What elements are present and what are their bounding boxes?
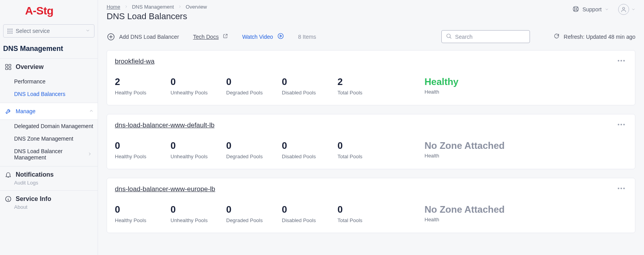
lb-card-title[interactable]: brookfield-wa [115,58,154,65]
sidebar-dnszone-label: DNS Zone Management [14,136,73,142]
lb-card: dns-load-balancer-www-europe-lb 0 Health… [107,178,635,233]
grid-icon [7,29,13,34]
user-menu[interactable] [618,4,635,15]
metric-value: 0 [171,76,226,87]
metric-total-pools: 0 Total Pools [337,204,393,223]
more-actions-button[interactable] [615,121,627,128]
sidebar-dns-lb-label: DNS Load Balancers [14,91,65,97]
sidebar-item-dns-zone[interactable]: DNS Zone Management [0,132,98,145]
lb-card: brookfield-wa 2 Healthy Pools 0 Unhealth… [107,50,635,105]
support-menu[interactable]: Support [572,5,609,14]
sidebar-performance-label: Performance [14,78,45,85]
svg-point-7 [622,7,624,9]
avatar-icon [618,4,629,15]
chevron-right-icon [87,151,92,157]
life-ring-icon [572,5,579,14]
health-status: No Zone Attached Health [424,140,504,159]
sidebar-item-overview[interactable]: Overview [0,59,98,75]
support-label: Support [582,6,602,13]
content-list: brookfield-wa 2 Healthy Pools 0 Unhealth… [98,50,644,255]
sidebar-item-service-info[interactable]: Service Info [0,191,98,204]
service-selector-label: Select service [16,28,50,34]
metric-value: 0 [337,204,393,215]
metric-value: 2 [337,76,393,87]
metric-total-pools: 0 Total Pools [337,140,393,159]
health-status: Healthy Health [424,76,459,95]
breadcrumb-dns-mgmt[interactable]: DNS Management [132,4,174,10]
metric-unhealthy-pools: 0 Unhealthy Pools [171,204,226,223]
bell-icon [5,171,12,178]
sidebar-item-dns-lb[interactable]: DNS Load Balancers [0,88,98,100]
sidebar-section-title: DNS Management [0,43,98,59]
metric-disabled-pools: 0 Disabled Pools [282,204,337,223]
search-icon [446,33,452,40]
metric-healthy-pools: 2 Healthy Pools [115,76,171,96]
more-actions-button[interactable] [615,185,627,192]
sidebar-serviceinfo-sub[interactable]: About [0,204,98,215]
svg-point-9 [278,33,283,39]
lb-card: dns-load-balancer-www-default-lb 0 Healt… [107,114,635,169]
metric-value: 0 [282,204,337,215]
metric-label: Healthy Pools [115,217,171,223]
refresh-button[interactable]: Refresh: Updated 48 min ago [553,33,635,40]
health-value: Healthy [424,76,459,87]
sidebar-dnslbmgmt-label: DNS Load Balancer Management [14,148,83,161]
health-label: Health [424,217,504,222]
metric-label: Total Pools [337,154,393,159]
sidebar-item-dns-lb-management[interactable]: DNS Load Balancer Management [0,145,98,164]
page-title: DNS Load Balancers [107,11,207,22]
more-actions-button[interactable] [615,58,627,64]
sidebar-notifications-sub[interactable]: Audit Logs [0,180,98,190]
sidebar: A-Stg Select service DNS Management Over… [0,0,98,255]
item-count-label: 8 Items [298,34,316,40]
metric-label: Unhealthy Pools [171,217,226,223]
metric-label: Degraded Pools [226,154,282,159]
health-status: No Zone Attached Health [424,204,504,222]
metric-value: 2 [115,76,171,87]
breadcrumb-home[interactable]: Home [107,4,120,10]
metric-value: 0 [171,140,226,151]
metric-degraded-pools: 0 Degraded Pools [226,140,282,159]
add-dns-lb-label: Add DNS Load Balancer [119,34,179,40]
sidebar-item-manage[interactable]: Manage [0,103,98,120]
sidebar-item-performance[interactable]: Performance [0,75,98,88]
metric-value: 0 [171,204,226,215]
chevron-right-icon [124,4,128,10]
refresh-icon [553,33,560,40]
dashboard-icon [5,63,12,71]
metric-unhealthy-pools: 0 Unhealthy Pools [171,76,226,96]
sidebar-item-delegated-domain[interactable]: Delegated Domain Management [0,120,98,132]
toolbar: Add DNS Load Balancer Tech Docs Watch Vi… [98,25,644,50]
metric-label: Unhealthy Pools [171,90,226,96]
main: Home DNS Management Overview DNS Load Ba… [98,0,644,255]
lb-card-title[interactable]: dns-load-balancer-www-default-lb [115,121,214,129]
metric-total-pools: 2 Total Pools [337,76,393,96]
metric-disabled-pools: 0 Disabled Pools [282,140,337,159]
info-icon [5,195,12,203]
metric-value: 0 [337,140,393,151]
tech-docs-link[interactable]: Tech Docs [193,33,228,40]
watch-video-link[interactable]: Watch Video [242,33,284,41]
metric-label: Disabled Pools [282,90,337,96]
health-value: No Zone Attached [424,140,504,151]
sidebar-manage-label: Manage [16,108,36,114]
metric-value: 0 [282,140,337,151]
metric-label: Healthy Pools [115,154,171,159]
sidebar-item-notifications[interactable]: Notifications [0,166,98,180]
metric-label: Disabled Pools [282,217,337,223]
search-input[interactable] [455,34,526,40]
sidebar-notifications-label: Notifications [16,171,54,178]
watch-video-label: Watch Video [242,34,273,40]
metric-value: 0 [115,204,171,215]
lb-card-title[interactable]: dns-load-balancer-www-europe-lb [115,185,215,193]
search-box[interactable] [441,30,530,43]
metric-label: Degraded Pools [226,90,282,96]
chevron-right-icon [178,4,182,10]
logo-wrap: A-Stg [0,0,98,20]
svg-rect-0 [5,64,7,66]
service-selector[interactable]: Select service [3,24,94,38]
metric-disabled-pools: 0 Disabled Pools [282,76,337,96]
metric-label: Healthy Pools [115,90,171,96]
tech-docs-label: Tech Docs [193,34,219,40]
add-dns-lb-button[interactable]: Add DNS Load Balancer [107,33,179,41]
